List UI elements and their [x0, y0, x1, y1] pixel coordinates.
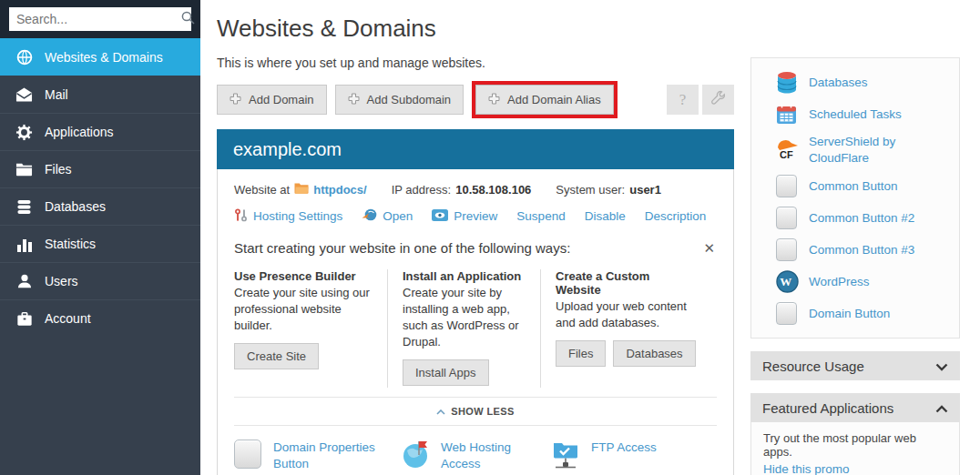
plus-icon	[348, 93, 360, 107]
plus-icon	[230, 93, 241, 107]
add-domain-alias-button[interactable]: Add Domain Alias	[475, 85, 614, 115]
page-subtitle: This is where you set up and manage webs…	[217, 56, 750, 70]
shortcut-domain-button[interactable]: Domain Button	[751, 298, 959, 329]
folder-icon	[15, 161, 33, 178]
sidebar-item-mail[interactable]: Mail	[0, 76, 200, 113]
shortcut-servershield-cloudflare[interactable]: CF ServerShield by CloudFlare	[751, 129, 959, 170]
svg-text:W: W	[780, 275, 791, 288]
install-apps-button[interactable]: Install Apps	[403, 359, 489, 386]
sidebar-item-databases[interactable]: Databases	[0, 187, 200, 225]
databases-button[interactable]: Databases	[613, 340, 695, 367]
sidebar-item-statistics[interactable]: Statistics	[0, 225, 200, 262]
getting-started-columns: Use Presence Builder Create your site us…	[234, 269, 717, 388]
domain-info-row: Website at httpdocs/ IP address: 10.58.1…	[234, 182, 717, 197]
install-application-column: Install an Application Create your site …	[387, 269, 540, 388]
sidebar-item-account[interactable]: Account	[0, 299, 200, 337]
web-hosting-access-link[interactable]: Web Hosting Access	[402, 440, 552, 475]
domain-actions-row: Hosting Settings Open Preview Suspend Di…	[234, 207, 717, 225]
domain-tools-row: Domain Properties Button Additional comm…	[234, 440, 717, 475]
presence-builder-column: Use Presence Builder Create your site us…	[234, 269, 387, 388]
column-text: Create your site by installing a web app…	[403, 285, 526, 350]
ftp-access-link[interactable]: FTP Access	[552, 440, 657, 475]
blank-button-icon	[776, 175, 801, 197]
database-color-icon	[776, 71, 801, 95]
sidebar-item-label: Websites & Domains	[45, 50, 163, 65]
sidebar-item-files[interactable]: Files	[0, 150, 200, 187]
search-icon[interactable]	[181, 11, 195, 28]
close-icon[interactable]: ✕	[703, 240, 715, 257]
getting-started-panel: Start creating your website in one of th…	[234, 240, 717, 388]
ip-value: 10.58.108.106	[455, 183, 531, 197]
files-button[interactable]: Files	[556, 340, 606, 367]
open-site-link[interactable]: Open	[362, 207, 413, 225]
wordpress-icon: W	[776, 270, 801, 293]
toolbar-right: ?	[667, 85, 734, 115]
page-title: Websites & Domains	[217, 15, 750, 43]
search-box[interactable]	[9, 7, 191, 31]
calendar-icon	[776, 104, 801, 125]
sidebar-item-applications[interactable]: Applications	[0, 113, 200, 150]
promo-text: Try out the most popular web apps.	[763, 431, 947, 459]
sidebar: Websites & Domains Mail Applications Fil…	[0, 0, 200, 475]
add-subdomain-button[interactable]: Add Subdomain	[335, 85, 464, 115]
create-site-button[interactable]: Create Site	[234, 343, 319, 369]
preview-icon	[432, 209, 448, 224]
blank-button-icon	[234, 440, 265, 475]
domain-card-body: Website at httpdocs/ IP address: 10.58.1…	[217, 169, 734, 475]
cloudflare-icon: CF	[776, 138, 801, 162]
blank-button-icon	[776, 302, 801, 325]
sidebar-item-label: Files	[45, 162, 72, 177]
custom-website-column: Create a Custom Website Upload your web …	[540, 269, 709, 388]
open-site-icon	[362, 207, 377, 225]
shortcut-databases[interactable]: Databases	[751, 66, 959, 99]
domain-name: example.com	[233, 139, 342, 160]
sidebar-item-label: Mail	[45, 87, 68, 102]
svg-text:CF: CF	[780, 149, 793, 160]
column-heading: Create a Custom Website	[556, 269, 674, 297]
shortcut-common-button-3[interactable]: Common Button #3	[751, 234, 959, 266]
domain-properties-button-link[interactable]: Domain Properties Button Additional comm…	[234, 440, 402, 475]
show-less-toggle[interactable]: SHOW LESS	[234, 397, 717, 426]
globe-icon	[15, 48, 33, 66]
shortcut-wordpress[interactable]: W WordPress	[751, 266, 959, 298]
database-icon	[15, 198, 33, 216]
system-user-label: System user:	[556, 183, 625, 197]
sidebar-item-label: Databases	[45, 199, 106, 214]
highlight-annotation: Add Domain Alias	[472, 81, 618, 118]
hosting-settings-link[interactable]: Hosting Settings	[234, 208, 342, 225]
help-button[interactable]: ?	[667, 85, 699, 115]
docroot-link[interactable]: httpdocs/	[313, 183, 367, 197]
sidebar-item-websites-domains[interactable]: Websites & Domains	[0, 38, 200, 76]
hosting-settings-icon	[234, 208, 248, 225]
description-link[interactable]: Description	[645, 209, 707, 223]
sidebar-item-users[interactable]: Users	[0, 262, 200, 299]
column-heading: Install an Application	[403, 269, 526, 283]
chevron-down-icon	[935, 359, 948, 374]
hide-promo-link[interactable]: Hide this promo	[763, 462, 850, 475]
preview-link[interactable]: Preview	[432, 209, 497, 224]
add-domain-button[interactable]: Add Domain	[217, 85, 327, 115]
disable-link[interactable]: Disable	[585, 209, 626, 223]
featured-applications-header[interactable]: Featured Applications	[750, 393, 960, 422]
shortcut-scheduled-tasks[interactable]: Scheduled Tasks	[751, 99, 959, 129]
chevron-up-small-icon	[436, 406, 445, 417]
featured-applications-content: Try out the most popular web apps. Hide …	[750, 422, 960, 475]
wrench-icon	[710, 90, 726, 110]
sidebar-item-label: Account	[45, 311, 91, 326]
blank-button-icon	[776, 207, 801, 229]
wrench-button[interactable]	[702, 85, 734, 115]
gear-icon	[15, 124, 33, 141]
domain-card-header: example.com	[217, 129, 734, 169]
sidebar-nav: Websites & Domains Mail Applications Fil…	[0, 38, 200, 337]
search-input[interactable]	[16, 12, 181, 26]
system-user-value: user1	[629, 183, 661, 197]
ftp-folder-icon	[552, 440, 583, 475]
resource-usage-header[interactable]: Resource Usage	[750, 351, 960, 380]
sidebar-item-label: Statistics	[45, 237, 96, 251]
website-at-label: Website at	[234, 183, 290, 197]
suspend-link[interactable]: Suspend	[516, 209, 565, 223]
domain-card: example.com Website at httpdocs/ IP addr…	[217, 129, 734, 475]
shortcut-common-button[interactable]: Common Button	[751, 170, 959, 202]
right-panel: Databases Scheduled Tasks CF ServerShiel…	[750, 57, 960, 475]
shortcut-common-button-2[interactable]: Common Button #2	[751, 202, 959, 234]
